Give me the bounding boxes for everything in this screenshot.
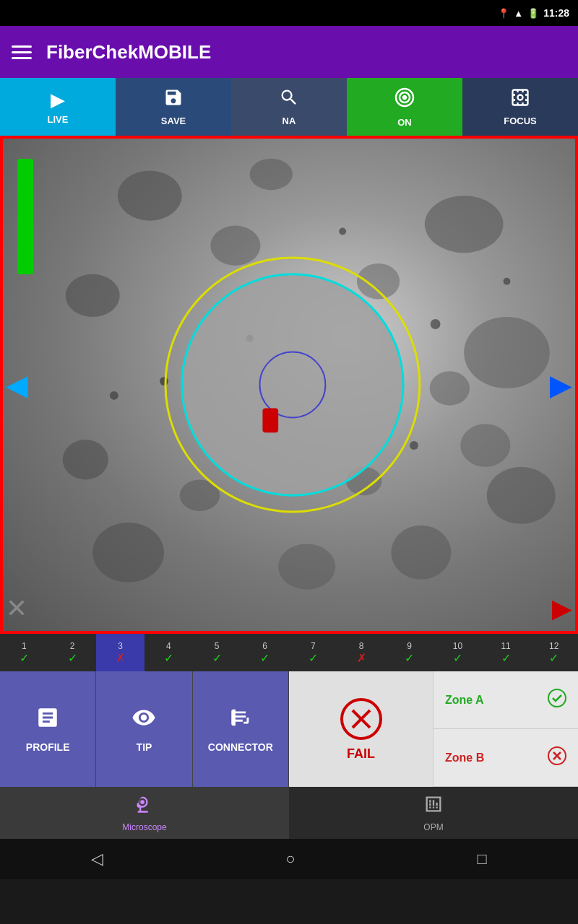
- image-overlay: [3, 139, 575, 631]
- svg-point-28: [182, 274, 403, 495]
- svg-point-36: [548, 689, 566, 707]
- focus-label: FOCUS: [504, 116, 537, 126]
- nav-close-button[interactable]: ✕: [6, 593, 27, 624]
- save-icon: [163, 87, 184, 113]
- svg-point-23: [431, 319, 441, 329]
- back-button[interactable]: ◁: [91, 850, 103, 868]
- svg-point-20: [430, 371, 470, 405]
- svg-point-4: [518, 95, 523, 100]
- recents-button[interactable]: □: [478, 850, 487, 868]
- microscope-label: Microscope: [122, 822, 166, 832]
- fiber-tab-2[interactable]: 2 ✓: [48, 634, 97, 671]
- svg-point-6: [425, 196, 504, 253]
- level-bar: [17, 159, 33, 274]
- svg-point-21: [160, 377, 168, 385]
- app-title: FiberChekMOBILE: [46, 41, 211, 64]
- tip-button[interactable]: TIP: [96, 671, 192, 787]
- toolbar: ▶ LIVE SAVE NA ON FO: [0, 78, 578, 136]
- svg-point-26: [504, 278, 511, 285]
- fiber-tab-7[interactable]: 7 ✓: [289, 634, 337, 671]
- svg-point-16: [460, 424, 510, 466]
- svg-point-14: [278, 544, 335, 589]
- svg-point-8: [66, 274, 120, 317]
- profile-icon: [35, 705, 60, 736]
- wifi-icon: ▲: [514, 8, 523, 19]
- tip-icon: [131, 705, 156, 736]
- svg-point-9: [391, 526, 451, 580]
- svg-rect-32: [262, 409, 278, 433]
- fiber-tab-10[interactable]: 10 ✓: [434, 634, 482, 671]
- tip-label: TIP: [137, 741, 152, 753]
- result-panel: FAIL: [289, 671, 434, 787]
- svg-point-25: [110, 391, 118, 400]
- fiber-tab-12[interactable]: 12 ✓: [530, 634, 578, 671]
- svg-point-2: [403, 96, 406, 99]
- connector-button[interactable]: CONNECTOR: [193, 671, 289, 787]
- save-label: SAVE: [161, 116, 186, 126]
- svg-point-5: [118, 170, 182, 220]
- svg-point-7: [464, 317, 550, 388]
- na-label: NA: [282, 116, 296, 126]
- fiber-tab-11[interactable]: 11 ✓: [482, 634, 530, 671]
- zone-a-row: Zone A: [434, 671, 578, 729]
- svg-rect-3: [513, 90, 528, 105]
- zone-b-icon: [548, 746, 566, 770]
- zone-b-row: Zone B: [434, 729, 578, 787]
- live-icon: ▶: [51, 89, 65, 111]
- bottom-panels: PROFILE TIP CONNECTOR FAIL: [0, 671, 578, 787]
- on-label: ON: [397, 117, 412, 128]
- fiber-tab-5[interactable]: 5 ✓: [193, 634, 241, 671]
- on-icon: [393, 86, 416, 114]
- opm-label: OPM: [423, 822, 443, 832]
- opm-icon: [423, 794, 444, 819]
- svg-point-10: [92, 523, 164, 583]
- on-button[interactable]: ON: [347, 78, 462, 136]
- zone-a-icon: [548, 689, 566, 712]
- save-button[interactable]: SAVE: [116, 78, 231, 136]
- microscope-image: ◀ ▶ ✕ ▶: [0, 136, 578, 634]
- profile-label: PROFILE: [26, 741, 70, 753]
- zone-panel: Zone A Zone B: [434, 671, 578, 787]
- focus-icon: [510, 87, 530, 113]
- svg-point-19: [250, 159, 293, 190]
- fiber-tab-4[interactable]: 4 ✓: [144, 634, 193, 671]
- bottom-nav: Microscope OPM: [0, 787, 578, 839]
- fiber-tab-8[interactable]: 8 ✗: [337, 634, 386, 671]
- status-time: 11:28: [543, 7, 569, 19]
- na-icon: [279, 87, 299, 113]
- svg-point-24: [339, 228, 346, 235]
- home-button[interactable]: ○: [285, 850, 295, 868]
- fiber-tab-9[interactable]: 9 ✓: [385, 634, 434, 671]
- svg-point-15: [63, 440, 108, 479]
- nav-tab-microscope[interactable]: Microscope: [0, 787, 289, 839]
- fiber-tab-1[interactable]: 1 ✓: [0, 634, 48, 671]
- fiber-tab-6[interactable]: 6 ✓: [241, 634, 289, 671]
- svg-point-11: [487, 467, 556, 524]
- profile-button[interactable]: PROFILE: [0, 671, 96, 787]
- live-button[interactable]: ▶ LIVE: [0, 78, 116, 136]
- app-header: FiberChekMOBILE: [0, 26, 578, 78]
- nav-next-button[interactable]: ▶: [552, 593, 572, 624]
- menu-button[interactable]: [12, 45, 32, 59]
- fiber-tab-3[interactable]: 3 ✗: [96, 634, 144, 671]
- connector-label: CONNECTOR: [208, 741, 273, 753]
- nav-right-arrow[interactable]: ▶: [550, 368, 572, 401]
- system-nav: ◁ ○ □: [0, 839, 578, 879]
- microscope-icon: [134, 794, 155, 819]
- connector-icon: [228, 705, 253, 736]
- battery-icon: 🔋: [527, 8, 539, 19]
- status-bar: 📍 ▲ 🔋 11:28: [0, 0, 578, 26]
- zone-b-label: Zone B: [445, 751, 484, 764]
- svg-point-12: [210, 226, 260, 266]
- fail-icon: [340, 697, 383, 741]
- fiber-tabs: 1 ✓ 2 ✓ 3 ✗ 4 ✓ 5 ✓ 6 ✓ 7 ✓ 8 ✗ 9 ✓ 10 ✓…: [0, 634, 578, 671]
- zone-a-label: Zone A: [445, 694, 484, 707]
- focus-button[interactable]: FOCUS: [462, 78, 578, 136]
- svg-point-27: [410, 441, 418, 450]
- nav-left-arrow[interactable]: ◀: [6, 368, 28, 401]
- na-button[interactable]: NA: [231, 78, 347, 136]
- fail-text: FAIL: [347, 746, 375, 762]
- svg-point-13: [357, 263, 400, 299]
- location-icon: 📍: [498, 8, 509, 19]
- nav-tab-opm[interactable]: OPM: [289, 787, 578, 839]
